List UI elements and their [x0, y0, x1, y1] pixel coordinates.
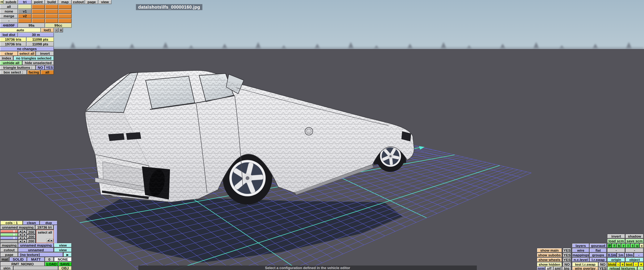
- obj-export-button[interactable]: OBJ: [58, 266, 72, 270]
- menu-cutout[interactable]: cutout: [72, 0, 85, 4]
- show-wheels-toggle[interactable]: YES: [563, 258, 571, 262]
- dup-button[interactable]: dup: [40, 221, 57, 225]
- lod-select[interactable]: lod1: [41, 28, 54, 32]
- menu-h[interactable]: H: [0, 0, 4, 4]
- origin-button[interactable]: origin: [608, 258, 625, 262]
- page-value[interactable]: [no texture]: [18, 252, 63, 257]
- subob-cell[interactable]: [45, 9, 58, 14]
- subob-cell[interactable]: [58, 9, 72, 14]
- text-button[interactable]: text: [625, 262, 633, 266]
- subob-cell[interactable]: [45, 14, 58, 18]
- mat-matt-button[interactable]: MATT: [27, 257, 44, 261]
- wire-button[interactable]: wire: [572, 248, 589, 252]
- text-plus-button[interactable]: +: [639, 262, 644, 266]
- subob-cell[interactable]: [45, 19, 58, 23]
- reload-textures-button[interactable]: reload textures: [608, 267, 637, 270]
- subob-cell[interactable]: [18, 19, 32, 23]
- groups-button[interactable]: groups: [590, 253, 606, 257]
- triangle-buttons-no[interactable]: NO: [36, 65, 44, 70]
- subob-cell[interactable]: [32, 14, 45, 18]
- subob-cell[interactable]: [58, 14, 72, 18]
- flag-f-button[interactable]: f: [612, 243, 616, 248]
- mapping-value[interactable]: unnamed mapping: [18, 243, 54, 247]
- alpha-inc-arrow[interactable]: ▶: [23, 240, 26, 243]
- lod-minus-button[interactable]: -: [54, 28, 58, 32]
- show-hidden-toggle[interactable]: NO: [563, 262, 571, 266]
- reload-minus-button[interactable]: -: [638, 267, 644, 270]
- shadow-button[interactable]: shadow: [626, 234, 644, 238]
- select-all-button[interactable]: select all: [18, 51, 36, 56]
- subob-cell[interactable]: [32, 9, 45, 14]
- gouraud-button[interactable]: gouraud: [590, 243, 606, 248]
- save-scm-button[interactable]: save scm: [626, 239, 644, 243]
- subob-cell[interactable]: [45, 5, 58, 9]
- menu-build[interactable]: build: [45, 0, 58, 4]
- menu-page[interactable]: page: [85, 0, 98, 4]
- object-name-a[interactable]: 99a: [18, 23, 45, 28]
- subob-cell[interactable]: [58, 19, 72, 23]
- subob-v1[interactable]: v1: [18, 9, 32, 14]
- text-minus-button[interactable]: -: [634, 262, 638, 266]
- nrm-sml-button[interactable]: sml: [554, 267, 562, 270]
- cutout-value[interactable]: unnamed: [18, 248, 54, 252]
- next-color-arrow[interactable]: ▶: [50, 239, 53, 242]
- save-button[interactable]: SAVE: [58, 262, 72, 266]
- red-inc-arrow[interactable]: ▶: [23, 230, 26, 233]
- prev-color-arrow[interactable]: ◀: [46, 239, 50, 242]
- alpha-dec-arrow[interactable]: ◀: [18, 240, 22, 243]
- grid-10m-button[interactable]: 10m: [625, 253, 634, 257]
- mapping-view-button[interactable]: view: [54, 243, 72, 247]
- subob-minus-button[interactable]: -: [0, 19, 18, 23]
- layers-button[interactable]: layers: [572, 243, 589, 248]
- object-name-b[interactable]: 99cc: [45, 23, 72, 28]
- subob-cell[interactable]: [58, 5, 72, 9]
- flag-p-button[interactable]: P: [608, 243, 612, 248]
- lrswap-button[interactable]: l.r.swap: [590, 258, 606, 262]
- menu-map[interactable]: map: [58, 0, 72, 4]
- flag-b-button[interactable]: b: [617, 243, 621, 248]
- subob-cell[interactable]: [32, 5, 45, 9]
- show-subobs-toggle[interactable]: YES: [563, 253, 571, 257]
- lod-auto-button[interactable]: auto: [0, 28, 40, 32]
- triangle-buttons-yes[interactable]: YES: [45, 65, 54, 70]
- green-value[interactable]: 200: [27, 235, 35, 238]
- cols-button[interactable]: cols : 1: [0, 221, 23, 225]
- menu-tri[interactable]: tri: [18, 0, 32, 4]
- green-inc-arrow[interactable]: ▶: [23, 233, 26, 236]
- skin-value[interactable]: [14, 266, 58, 270]
- blue-slider[interactable]: [0, 237, 18, 239]
- viewport-3d[interactable]: [0, 0, 644, 270]
- red-dec-arrow[interactable]: ◀: [18, 230, 22, 233]
- grid-01m-button[interactable]: 0.1m: [608, 253, 616, 257]
- load-button[interactable]: LOAD: [45, 262, 58, 266]
- flag-u-button[interactable]: u: [635, 243, 639, 248]
- dash-button[interactable]: -: [608, 248, 625, 252]
- nrm-big-button[interactable]: big: [562, 267, 571, 270]
- color-select-all-box[interactable]: select all ◀ ▶: [36, 230, 54, 243]
- subob-cell[interactable]: [18, 5, 32, 9]
- dash-button[interactable]: -: [626, 248, 644, 252]
- blue-value[interactable]: 200: [27, 239, 35, 243]
- wire-overlay-toggle[interactable]: YES: [599, 267, 607, 270]
- mat-none[interactable]: NONE: [54, 257, 72, 261]
- test-lrswap-toggle[interactable]: NO: [599, 262, 607, 266]
- green-dec-arrow[interactable]: ◀: [18, 233, 22, 236]
- cutout-view-button[interactable]: view: [54, 248, 72, 252]
- mapping-name[interactable]: unnamed mapping: [0, 225, 35, 229]
- ncl-button[interactable]: n.c.level: [572, 258, 589, 262]
- menu-point[interactable]: point: [32, 0, 45, 4]
- clean-button[interactable]: clean: [23, 221, 40, 225]
- green-slider[interactable]: [0, 233, 18, 236]
- box-select-facing[interactable]: facing: [27, 70, 40, 74]
- lod-dist-value[interactable]: 30 m: [18, 33, 54, 37]
- invert-view-button[interactable]: invert: [608, 234, 625, 238]
- menu-subob[interactable]: subob: [4, 0, 18, 4]
- blob-minus-button[interactable]: -: [616, 262, 620, 266]
- blob-plus-button[interactable]: +: [620, 262, 624, 266]
- clear-button[interactable]: clear: [0, 51, 18, 56]
- unhide-all-button[interactable]: unhide all: [0, 61, 22, 65]
- mat-solid-button[interactable]: SOLID: [10, 257, 27, 261]
- lod-plus-button[interactable]: +: [59, 28, 63, 32]
- page-next-arrow[interactable]: ▶: [64, 252, 72, 257]
- blob-button[interactable]: blob: [608, 262, 616, 266]
